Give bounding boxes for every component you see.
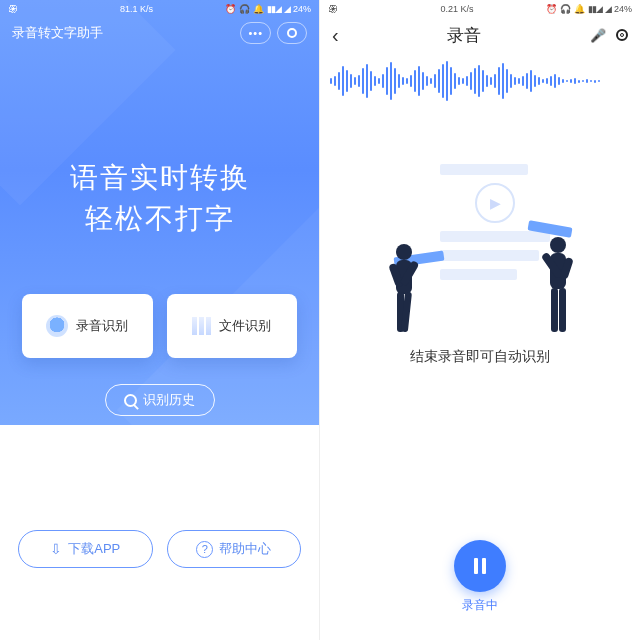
record-title-bar: ‹ 录音 🎤 xyxy=(320,18,640,52)
help-center-button[interactable]: 帮助中心 xyxy=(167,530,302,568)
microphone-icon xyxy=(46,315,68,337)
status-bar: ֍ 0.21 K/s ⏰ 🎧 🔔 ▮▮◢ ◢ 24% xyxy=(320,0,640,18)
history-button[interactable]: 识别历史 xyxy=(105,384,215,416)
svg-point-6 xyxy=(550,237,566,253)
recording-status: 录音中 xyxy=(320,597,640,614)
signal-icon: ◢ xyxy=(605,4,611,14)
help-label: 帮助中心 xyxy=(219,540,271,558)
microphone-icon[interactable]: 🎤 xyxy=(590,28,606,43)
net-speed: 0.21 K/s xyxy=(440,4,473,14)
play-icon: ▶ xyxy=(475,183,515,223)
download-app-button[interactable]: 下载APP xyxy=(18,530,153,568)
phone-home-screen: ֍ 81.1 K/s ⏰ 🎧 🔔 ▮▮◢ ◢ 24% 录音转文字助手 ••• 语… xyxy=(0,0,320,640)
hero-heading: 语音实时转换 轻松不打字 xyxy=(0,158,319,239)
bell-icon: 🔔 xyxy=(574,4,585,14)
file-recognition-card[interactable]: 文件识别 xyxy=(167,294,298,358)
headphone-icon: 🎧 xyxy=(560,4,571,14)
page-title: 录音 xyxy=(447,24,481,47)
back-button[interactable]: ‹ xyxy=(332,24,339,47)
file-icon xyxy=(192,317,211,335)
alarm-icon: ⏰ xyxy=(546,4,557,14)
carrier-icon: ֍ xyxy=(328,3,339,15)
svg-rect-11 xyxy=(559,288,566,332)
illustration-caption: 结束录音即可自动识别 xyxy=(320,348,640,366)
record-recognition-card[interactable]: 录音识别 xyxy=(22,294,153,358)
search-icon xyxy=(124,394,137,407)
waveform xyxy=(320,56,640,106)
pause-icon xyxy=(474,558,486,574)
svg-point-0 xyxy=(396,244,412,260)
history-label: 识别历史 xyxy=(143,391,195,409)
download-icon xyxy=(50,541,62,557)
illustration: ▶ xyxy=(360,164,600,334)
card-label: 录音识别 xyxy=(76,317,128,335)
person-illustration xyxy=(380,242,428,334)
card-label: 文件识别 xyxy=(219,317,271,335)
phone-record-screen: ֍ 0.21 K/s ⏰ 🎧 🔔 ▮▮◢ ◢ 24% ‹ 录音 🎤 ▶ xyxy=(320,0,640,640)
hero-section: ֍ 81.1 K/s ⏰ 🎧 🔔 ▮▮◢ ◢ 24% 录音转文字助手 ••• 语… xyxy=(0,0,319,425)
help-icon xyxy=(196,541,213,558)
record-pause-button[interactable] xyxy=(454,540,506,592)
target-icon[interactable] xyxy=(616,29,628,41)
battery-pct: 24% xyxy=(614,4,632,14)
person-illustration xyxy=(534,236,582,334)
signal-icon: ▮▮◢ xyxy=(588,4,602,14)
svg-rect-10 xyxy=(551,288,558,332)
download-label: 下载APP xyxy=(68,540,120,558)
